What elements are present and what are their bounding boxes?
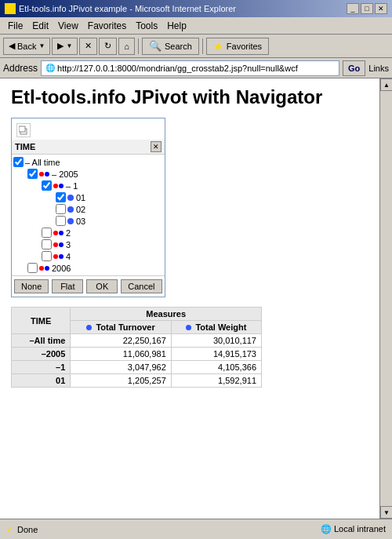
- checkbox-01[interactable]: [56, 192, 66, 202]
- page-icon: 🌐: [45, 63, 56, 74]
- menu-help[interactable]: Help: [162, 19, 191, 33]
- address-url[interactable]: http://127.0.0.1:8000/mondrian/gg_crosst…: [57, 64, 298, 73]
- cell-v1-3: 1,205,257: [71, 374, 171, 388]
- menu-edit[interactable]: Edit: [27, 19, 53, 33]
- search-label: Search: [165, 42, 192, 51]
- col1-header: Total Turnover: [71, 321, 171, 334]
- nav-header: TIME ✕: [12, 140, 165, 155]
- red-dot-2006: [39, 266, 44, 271]
- label-02: 02: [76, 205, 85, 214]
- refresh-button[interactable]: ↻: [99, 38, 117, 55]
- zone-info: 🌐 Local intranet: [321, 524, 386, 534]
- address-label: Address: [3, 63, 38, 74]
- search-button[interactable]: 🔍 Search: [142, 38, 199, 55]
- col2-label: Total Weight: [195, 322, 246, 332]
- ok-button[interactable]: OK: [86, 279, 118, 293]
- window-title: Etl-tools.info JPivot example - Microsof…: [19, 4, 236, 13]
- tree-item-2: 2: [13, 227, 163, 239]
- nav-dimension-title: TIME: [15, 142, 35, 151]
- col2-header: Total Weight: [171, 321, 261, 334]
- menu-view[interactable]: View: [53, 19, 83, 33]
- label-1: – 1: [66, 181, 78, 191]
- checkbox-2005[interactable]: [27, 169, 38, 179]
- col1-label: Total Turnover: [96, 322, 154, 332]
- menu-file[interactable]: File: [3, 19, 27, 33]
- row-header-1: –2005: [12, 348, 71, 361]
- tree-item-alltime: – All time: [13, 156, 163, 168]
- home-button[interactable]: ⌂: [118, 38, 135, 55]
- dot-4: [53, 254, 64, 259]
- toolbar: ◀ Back ▼ ▶ ▼ ✕ ↻ ⌂ 🔍 Search ★ Favorites: [0, 35, 392, 58]
- vertical-scrollbar[interactable]: ▲ ▼: [379, 78, 392, 519]
- back-dropdown-icon: ▼: [38, 42, 45, 49]
- dot-01: [67, 195, 74, 201]
- checkbox-3[interactable]: [42, 239, 52, 249]
- red-dot: [39, 172, 44, 177]
- cell-v1-2: 3,047,962: [71, 361, 171, 374]
- scroll-up-button[interactable]: ▲: [380, 78, 392, 91]
- checkbox-02[interactable]: [56, 204, 66, 214]
- svg-rect-1: [19, 126, 25, 132]
- cell-v2-3: 1,592,911: [171, 374, 261, 388]
- tree-item-01: 01: [13, 191, 163, 203]
- back-button[interactable]: ◀ Back ▼: [3, 38, 50, 55]
- status-bar: ✓ Done 🌐 Local intranet: [0, 519, 392, 539]
- main-area: Etl-tools.info JPivot with Navigator TIM…: [0, 78, 392, 519]
- home-icon: ⌂: [124, 42, 129, 51]
- checkbox-03[interactable]: [56, 216, 66, 226]
- copy-icon: [19, 126, 28, 135]
- stop-button[interactable]: ✕: [79, 38, 97, 55]
- scroll-down-button[interactable]: ▼: [380, 506, 392, 519]
- row-header-2: –1: [12, 361, 71, 374]
- blue-dot-2006: [45, 266, 49, 271]
- scroll-track[interactable]: [380, 91, 392, 506]
- none-button[interactable]: None: [14, 279, 49, 293]
- back-label: Back: [17, 42, 36, 51]
- tree-item-2006: 2006: [13, 262, 163, 274]
- checkbox-4[interactable]: [42, 251, 52, 261]
- checkbox-alltime[interactable]: [13, 157, 24, 167]
- close-button[interactable]: ✕: [375, 3, 387, 14]
- search-icon: 🔍: [149, 40, 162, 52]
- red-dot-2: [53, 231, 58, 235]
- forward-button[interactable]: ▶ ▼: [52, 38, 78, 55]
- star-icon: ★: [213, 40, 223, 53]
- ie-icon: [5, 3, 16, 14]
- red-dot-1: [53, 184, 58, 188]
- blue-dot-3: [59, 242, 64, 247]
- dot-2006: [39, 266, 49, 271]
- tree-container: – All time – 2005: [12, 155, 165, 275]
- checkbox-2[interactable]: [42, 228, 52, 238]
- flat-button[interactable]: Flat: [52, 279, 83, 293]
- minimize-button[interactable]: _: [347, 3, 359, 14]
- tree-item-02: 02: [13, 203, 163, 215]
- favorites-button[interactable]: ★ Favorites: [206, 38, 269, 55]
- toolbar-separator-2: [202, 38, 203, 54]
- cell-v2-2: 4,105,366: [171, 361, 261, 374]
- maximize-button[interactable]: □: [361, 3, 373, 14]
- cell-v2-1: 14,915,173: [171, 348, 261, 361]
- checkbox-2006[interactable]: [27, 263, 38, 273]
- cell-v1-1: 11,060,981: [71, 348, 171, 361]
- dot-03: [67, 218, 74, 224]
- dot-3: [53, 242, 64, 247]
- cancel-button[interactable]: Cancel: [121, 279, 162, 293]
- nav-close-button[interactable]: ✕: [151, 141, 162, 152]
- links-button[interactable]: Links: [368, 64, 389, 73]
- go-button[interactable]: Go: [343, 60, 365, 76]
- checkbox-1[interactable]: [42, 180, 52, 191]
- cell-v1-0: 22,250,167: [71, 334, 171, 348]
- zone-icon: 🌐: [321, 524, 332, 534]
- tree-item-2005: – 2005: [13, 168, 163, 180]
- status-text: Done: [17, 525, 38, 534]
- favorites-label: Favorites: [227, 42, 262, 51]
- time-column-header: TIME: [12, 308, 71, 334]
- blue-dot-2: [59, 231, 64, 235]
- menu-favorites[interactable]: Favorites: [83, 19, 131, 33]
- label-3: 3: [66, 240, 71, 249]
- nav-copy-icon[interactable]: [16, 123, 31, 137]
- tree-item-1: – 1: [13, 180, 163, 191]
- label-01: 01: [76, 193, 85, 202]
- done-icon: ✓: [6, 524, 14, 535]
- menu-tools[interactable]: Tools: [131, 19, 162, 33]
